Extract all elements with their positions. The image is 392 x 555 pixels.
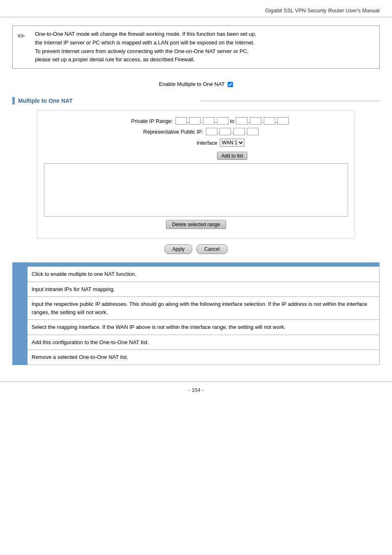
nat-list-box[interactable] bbox=[44, 163, 348, 217]
table-row: Input intranet IPs for NAT mapping. bbox=[13, 282, 380, 297]
private-ip-to-1[interactable] bbox=[236, 117, 247, 125]
page-footer: - 154 - bbox=[0, 382, 392, 398]
section-title: Multiple to One NAT bbox=[18, 97, 197, 104]
private-ip-from: . . . bbox=[175, 117, 228, 125]
public-ip-row: Representative Public IP: . . . bbox=[37, 128, 355, 135]
warning-text: One-to-One NAT mode will change the fire… bbox=[35, 30, 256, 64]
apply-button[interactable]: Apply bbox=[164, 244, 192, 254]
enable-row: Enable Multiple to One NAT bbox=[12, 81, 380, 87]
private-ip-to-4[interactable] bbox=[277, 117, 289, 125]
row-icon-5 bbox=[13, 335, 28, 350]
row-icon-4 bbox=[13, 320, 28, 335]
action-row: Apply Cancel bbox=[12, 244, 380, 254]
private-ip-to-3[interactable] bbox=[264, 117, 275, 125]
ip-to-label: to bbox=[230, 118, 235, 124]
enable-label: Enable Multiple to One NAT bbox=[159, 81, 225, 87]
warning-icon: ✏ bbox=[18, 31, 30, 64]
public-ip-3[interactable] bbox=[233, 128, 245, 135]
row-desc-3: Input the respective public IP addresses… bbox=[28, 297, 380, 320]
section-header: Multiple to One NAT bbox=[12, 97, 380, 104]
add-button-row: Add to list bbox=[37, 150, 355, 160]
public-ip-4[interactable] bbox=[247, 128, 258, 135]
row-desc-4: Select the mapping interface. If the WAN… bbox=[28, 320, 380, 335]
private-ip-from-4[interactable] bbox=[217, 117, 228, 125]
warning-box: ✏ One-to-One NAT mode will change the fi… bbox=[12, 25, 380, 69]
row-icon-2 bbox=[13, 282, 28, 297]
private-ip-to-2[interactable] bbox=[250, 117, 261, 125]
section-divider bbox=[201, 101, 380, 101]
row-icon-6 bbox=[13, 350, 28, 365]
interface-row: Interface WAN 1 WAN 2 bbox=[37, 139, 355, 147]
add-to-list-button[interactable]: Add to list bbox=[217, 152, 248, 160]
public-ip-inputs: . . . bbox=[206, 128, 259, 135]
delete-button[interactable]: Delete selected range bbox=[166, 220, 226, 229]
table-row: Add this configuration to the One-to-One… bbox=[13, 335, 380, 350]
page-header: Gigabit SSL VPN Security Router User's M… bbox=[0, 0, 392, 17]
private-ip-from-1[interactable] bbox=[175, 117, 187, 125]
header-desc-cell bbox=[28, 263, 380, 267]
cancel-button[interactable]: Cancel bbox=[196, 244, 227, 254]
row-icon-1 bbox=[13, 267, 28, 282]
header-title: Gigabit SSL VPN Security Router User's M… bbox=[265, 7, 380, 14]
section-bar bbox=[12, 97, 15, 104]
enable-checkbox[interactable] bbox=[228, 82, 233, 87]
row-desc-1: Click to enable multiple to one NAT func… bbox=[28, 267, 380, 282]
table-row: Select the mapping interface. If the WAN… bbox=[13, 320, 380, 335]
header-icon-cell bbox=[13, 263, 28, 267]
public-ip-label: Representative Public IP: bbox=[134, 129, 203, 135]
interface-label: Interface bbox=[148, 140, 217, 146]
private-ip-from-2[interactable] bbox=[189, 117, 201, 125]
table-row: Input the respective public IP addresses… bbox=[13, 297, 380, 320]
table-header-row bbox=[13, 263, 380, 267]
private-ip-label: Private IP Range: bbox=[103, 118, 173, 124]
table-row: Remove a selected One-to-One NAT list. bbox=[13, 350, 380, 365]
public-ip-2[interactable] bbox=[219, 128, 231, 135]
interface-select[interactable]: WAN 1 WAN 2 bbox=[220, 139, 244, 147]
public-ip-1[interactable] bbox=[206, 128, 217, 135]
page-number: - 154 - bbox=[188, 387, 204, 393]
row-desc-6: Remove a selected One-to-One NAT list. bbox=[28, 350, 380, 365]
row-desc-5: Add this configuration to the One-to-One… bbox=[28, 335, 380, 350]
row-desc-2: Input intranet IPs for NAT mapping. bbox=[28, 282, 380, 297]
private-ip-to: . . . bbox=[236, 117, 289, 125]
form-panel: Private IP Range: . . . to . . . bbox=[37, 110, 355, 238]
row-icon-3 bbox=[13, 297, 28, 320]
private-ip-row: Private IP Range: . . . to . . . bbox=[37, 117, 355, 125]
table-row: Click to enable multiple to one NAT func… bbox=[13, 267, 380, 282]
info-table: Click to enable multiple to one NAT func… bbox=[12, 262, 380, 365]
private-ip-from-3[interactable] bbox=[203, 117, 214, 125]
